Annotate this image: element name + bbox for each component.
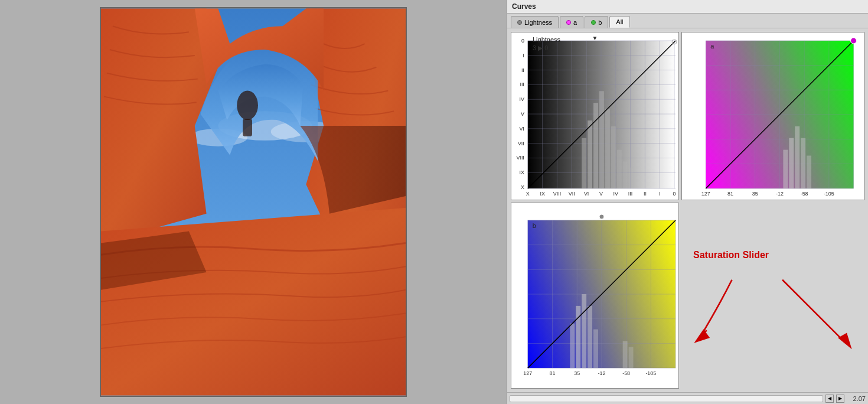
svg-text:II: II — [644, 191, 647, 197]
svg-text:-12: -12 — [776, 191, 784, 197]
tab-bar[interactable]: Lightness a b All — [507, 14, 868, 28]
svg-rect-116 — [629, 347, 634, 368]
svg-text:III: III — [628, 191, 632, 197]
b-dot — [591, 20, 596, 25]
svg-text:IV: IV — [614, 191, 618, 197]
svg-text:IV: IV — [519, 96, 524, 102]
svg-point-4 — [237, 90, 258, 120]
svg-rect-113 — [588, 306, 592, 368]
tab-a-label: a — [573, 19, 577, 26]
svg-rect-114 — [593, 330, 598, 369]
tab-lightness[interactable]: Lightness — [511, 16, 559, 28]
svg-text:V: V — [521, 111, 524, 117]
svg-text:a: a — [710, 43, 714, 50]
svg-text:II: II — [521, 67, 524, 73]
svg-text:35: 35 — [574, 370, 580, 376]
svg-text:VIII: VIII — [516, 155, 524, 161]
svg-rect-115 — [623, 341, 628, 368]
svg-text:-105: -105 — [824, 191, 834, 197]
svg-text:X: X — [521, 184, 524, 190]
image-panel — [0, 0, 507, 404]
svg-rect-34 — [611, 126, 616, 188]
svg-text:35: 35 — [752, 191, 758, 197]
svg-rect-29 — [582, 138, 586, 188]
svg-rect-5 — [243, 119, 252, 136]
svg-rect-112 — [582, 294, 586, 368]
svg-text:81: 81 — [727, 191, 733, 197]
svg-rect-80 — [789, 138, 794, 188]
tab-all-label: All — [616, 18, 623, 25]
lightness-dot — [517, 20, 522, 25]
svg-text:b: b — [533, 222, 536, 229]
svg-text:VI: VI — [519, 126, 524, 132]
svg-text:127: 127 — [523, 370, 532, 376]
curves-dialog: Curves Lightness a b All ▼ — [507, 0, 868, 404]
scroll-right-btn[interactable]: ▶ — [836, 395, 844, 403]
lightness-curve-inner: ▼ — [511, 32, 678, 200]
tab-a[interactable]: a — [560, 16, 583, 28]
svg-marker-127 — [838, 333, 852, 350]
svg-text:81: 81 — [550, 370, 556, 376]
svg-rect-30 — [588, 120, 592, 188]
curves-content: ▼ — [507, 28, 868, 392]
svg-text:-12: -12 — [598, 370, 605, 376]
svg-point-118 — [599, 214, 604, 219]
scrollbar-area[interactable]: ◀ ▶ 2.07 — [507, 392, 868, 404]
tab-all[interactable]: All — [609, 16, 629, 28]
svg-rect-33 — [605, 109, 610, 188]
svg-rect-35 — [617, 150, 622, 189]
a-curve-inner: 127 81 35 -12 -58 -105 a — [682, 32, 864, 200]
svg-text:I: I — [523, 53, 524, 58]
svg-text:IX: IX — [540, 191, 544, 197]
dialog-titlebar: Curves — [507, 0, 868, 14]
svg-text:X: X — [526, 191, 530, 197]
svg-rect-31 — [593, 103, 598, 188]
b-curve-inner: 127 81 35 -12 -58 -105 b — [511, 203, 678, 388]
svg-rect-36 — [623, 161, 628, 188]
annotation-panel: Saturation Slider — [681, 203, 864, 389]
svg-text:0: 0 — [521, 38, 524, 44]
svg-text:-58: -58 — [801, 191, 808, 197]
svg-text:VI: VI — [584, 191, 589, 197]
photo-display — [100, 7, 407, 397]
a-dot — [566, 20, 571, 25]
svg-rect-82 — [801, 138, 805, 188]
lightness-label: Lightness — [533, 36, 560, 43]
a-curve-panel[interactable]: 127 81 35 -12 -58 -105 a — [681, 32, 864, 200]
svg-text:0: 0 — [673, 191, 676, 197]
svg-text:V: V — [599, 191, 603, 197]
tab-b[interactable]: b — [585, 16, 608, 28]
svg-text:IX: IX — [519, 170, 524, 175]
svg-rect-81 — [795, 126, 800, 188]
svg-text:III: III — [520, 82, 524, 87]
scrollbar-track[interactable] — [510, 395, 823, 402]
scroll-value: 2.07 — [847, 395, 866, 402]
lightness-curve-panel[interactable]: ▼ — [511, 32, 679, 200]
svg-rect-37 — [629, 167, 634, 188]
svg-text:-105: -105 — [645, 370, 656, 376]
svg-text:VIII: VIII — [553, 191, 561, 197]
svg-rect-83 — [807, 156, 811, 189]
svg-rect-79 — [783, 150, 788, 189]
svg-marker-126 — [694, 329, 710, 343]
svg-text:127: 127 — [701, 191, 710, 197]
svg-text:I: I — [659, 191, 660, 197]
tab-lightness-label: Lightness — [524, 19, 552, 26]
lightness-input: 3 ▶ 0 — [533, 44, 548, 52]
tab-b-label: b — [598, 19, 602, 26]
svg-rect-111 — [576, 306, 580, 368]
svg-rect-32 — [599, 91, 604, 188]
svg-text:VII: VII — [569, 191, 575, 197]
svg-text:-58: -58 — [622, 370, 630, 376]
svg-text:VII: VII — [518, 141, 524, 146]
svg-point-85 — [851, 38, 857, 44]
scroll-left-btn[interactable]: ◀ — [825, 395, 834, 403]
b-curve-panel[interactable]: 127 81 35 -12 -58 -105 b — [511, 203, 679, 389]
dialog-title: Curves — [512, 2, 536, 11]
svg-rect-110 — [570, 324, 575, 368]
